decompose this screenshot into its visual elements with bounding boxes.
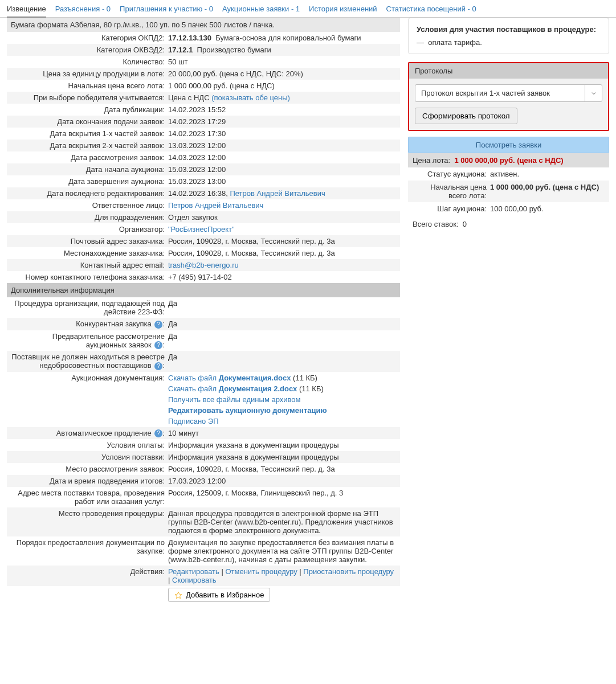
field-value: Информация указана в документации процед… — [168, 453, 396, 461]
conditions-item: — оплата тарифа. — [417, 38, 601, 47]
main-column: Бумага формата А3белая, 80 гр./м.кв., 10… — [7, 18, 400, 604]
show-both-prices-link[interactable]: (показывать обе цены) — [211, 93, 290, 102]
field-label: Организатор: — [11, 225, 168, 234]
field-value: +7 (495) 917-14-02 — [168, 273, 396, 281]
field-label: При выборе победителя учитывается: — [11, 93, 168, 102]
total-bids-row: Всего ставок: 0 — [408, 215, 609, 233]
field-value: 15.03.2023 13:00 — [168, 177, 396, 186]
side-label: Шаг аукциона: — [413, 204, 490, 213]
field-value: 14.03.2023 12:00 — [168, 153, 396, 162]
help-icon[interactable]: ? — [154, 321, 162, 329]
field-label: Конкурентная закупка ?: — [11, 320, 168, 329]
extra-fields-table: Процедура организации, подпадающей под д… — [7, 297, 400, 604]
field-value: 14.02.2023 16:38, Петров Андрей Витальев… — [168, 189, 396, 198]
field-value: Россия, 109028, г. Москва, Тессинский пе… — [168, 249, 396, 257]
field-value: 14.02.2023 17:29 — [168, 117, 396, 126]
conditions-title: Условия для участия поставщиков в процед… — [417, 25, 601, 34]
field-label: Дата и время подведения итогов: — [11, 477, 168, 485]
field-label: Дата начала аукциона: — [11, 165, 168, 174]
field-label: Цена за единицу продукции в лоте: — [11, 69, 168, 78]
field-label: Почтовый адрес заказчика: — [11, 237, 168, 245]
field-value: Россия, 109028, г. Москва, Тессинский пе… — [168, 465, 396, 473]
download-all-archive-link[interactable]: Получить все файлы единым архивом — [168, 395, 300, 404]
tab-invitations[interactable]: Приглашения к участию - 0 — [120, 2, 213, 17]
field-label: Дата рассмотрения заявок: — [11, 153, 168, 162]
side-label: Начальная цена всего лота: — [413, 183, 490, 200]
action-edit-link[interactable]: Редактировать — [168, 567, 219, 576]
field-label: Порядок предоставления документации по з… — [11, 538, 168, 555]
field-label: Условия поставки: — [11, 453, 168, 461]
download-file-link[interactable]: Скачать файл Документация.docx — [168, 374, 291, 382]
chevron-down-icon — [585, 85, 602, 101]
add-to-favorites-button[interactable]: Добавить в Избранное — [168, 588, 270, 602]
field-value: Россия, 125009, г. Москва, Глинищевский … — [168, 489, 396, 497]
help-icon[interactable]: ? — [154, 429, 162, 437]
field-label: Дата вскрытия 2-х частей заявок: — [11, 141, 168, 150]
field-label: Дата завершения аукциона: — [11, 177, 168, 186]
field-label: Дата публикации: — [11, 105, 168, 114]
help-icon[interactable]: ? — [154, 341, 162, 349]
conditions-panel: Условия для участия поставщиков в процед… — [408, 18, 609, 54]
view-bids-button[interactable]: Посмотреть заявки — [408, 137, 609, 153]
field-label: Действия: — [11, 567, 168, 576]
field-label: Категория ОКПД2: — [11, 34, 168, 42]
action-copy-link[interactable]: Скопировать — [172, 576, 217, 584]
field-value: Отдел закупок — [168, 213, 396, 222]
tab-history[interactable]: История изменений — [309, 2, 377, 17]
field-label: Количество: — [11, 58, 168, 66]
field-label: Дата вскрытия 1-х частей заявок: — [11, 129, 168, 138]
field-value: Да — [168, 353, 396, 361]
field-value: 17.03.2023 12:00 — [168, 477, 396, 485]
field-label: Категория ОКВЭД2: — [11, 46, 168, 54]
action-cancel-link[interactable]: Отменить процедуру — [225, 567, 297, 576]
field-value: Да — [168, 299, 396, 308]
add-to-favorites-label: Добавить в Избранное — [186, 591, 264, 599]
field-label: Дата окончания подачи заявок: — [11, 117, 168, 126]
contact-email-link[interactable]: trash@b2b-energo.ru — [168, 261, 239, 269]
protocol-type-select[interactable]: Протокол вскрытия 1-х частей заявок — [415, 84, 602, 102]
field-label: Дата последнего редактирования: — [11, 189, 168, 198]
protocols-header: Протоколы — [409, 63, 608, 79]
field-label: Ответственное лицо: — [11, 201, 168, 210]
field-value: Скачать файл Документация.docx (11 КБ) С… — [168, 374, 396, 425]
lot-title: Бумага формата А3белая, 80 гр./м.кв., 10… — [7, 18, 400, 32]
side-value: 1 000 000,00 руб. (цена с НДС) — [490, 183, 605, 200]
generate-protocol-button[interactable]: Сформировать протокол — [415, 108, 517, 124]
tab-notice[interactable]: Извещение — [7, 2, 46, 18]
field-value: 14.02.2023 17:30 — [168, 129, 396, 138]
field-value: Цена с НДС (показывать обе цены) — [168, 93, 396, 102]
field-label: Адрес места поставки товара, проведения … — [11, 489, 168, 506]
field-value: 50 шт — [168, 58, 396, 66]
side-value: 100 000,00 руб. — [490, 204, 605, 213]
field-label: Контактный адрес email: — [11, 261, 168, 269]
organizer-link[interactable]: "РосБизнесПроект" — [168, 225, 235, 234]
tab-visits[interactable]: Статистика посещений - 0 — [386, 2, 476, 17]
field-value: Россия, 109028, г. Москва, Тессинский пе… — [168, 237, 396, 245]
download-file-link[interactable]: Скачать файл Документация 2.docx — [168, 384, 297, 393]
edit-auction-docs-link[interactable]: Редактировать аукционную документацию — [168, 406, 327, 415]
protocol-type-selected: Протокол вскрытия 1-х частей заявок — [415, 85, 585, 101]
field-value: Да — [168, 332, 396, 341]
field-value: 15.03.2023 12:00 — [168, 165, 396, 174]
field-value: Данная процедура проводится в электронно… — [168, 509, 396, 535]
help-icon[interactable]: ? — [154, 362, 162, 370]
field-value: trash@b2b-energo.ru — [168, 261, 396, 269]
action-pause-link[interactable]: Приостановить процедуру — [303, 567, 394, 576]
field-label: Условия оплаты: — [11, 441, 168, 449]
field-value: Информация указана в документации процед… — [168, 441, 396, 449]
tab-clarifications[interactable]: Разъяснения - 0 — [55, 2, 111, 17]
field-value: Документация по закупке предоставляется … — [168, 538, 396, 564]
extra-info-header: Дополнительная информация — [7, 283, 400, 297]
responsible-person-link[interactable]: Петров Андрей Витальевич — [168, 201, 263, 210]
signed-ep-link[interactable]: Подписано ЭП — [168, 417, 219, 425]
field-value: 13.03.2023 12:00 — [168, 141, 396, 150]
field-value: Петров Андрей Витальевич — [168, 201, 396, 210]
field-value: "РосБизнесПроект" — [168, 225, 396, 234]
field-value: Да — [168, 320, 396, 328]
editor-person-link[interactable]: Петров Андрей Витальевич — [230, 189, 325, 198]
tab-auction-bids[interactable]: Аукционные заявки - 1 — [222, 2, 300, 17]
field-label: Поставщик не должен находиться в реестре… — [11, 353, 168, 370]
lot-price-bar: Цена лота: 1 000 000,00 руб. (цена с НДС… — [408, 153, 609, 167]
side-label: Статус аукциона: — [413, 170, 490, 178]
field-value: 1 000 000,00 руб. (цена с НДС) — [168, 81, 396, 90]
